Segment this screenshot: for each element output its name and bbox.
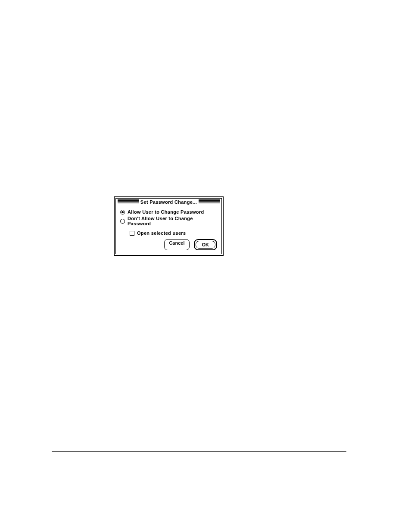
- page-divider: [52, 451, 346, 452]
- dialog-inner-frame: Set Password Change... Allow User to Cha…: [115, 198, 222, 254]
- titlebar-stripes-left: [118, 199, 139, 205]
- radio-allow[interactable]: [120, 210, 125, 215]
- checkbox-open-users[interactable]: [130, 231, 134, 236]
- titlebar-stripes-right: [199, 199, 220, 205]
- radio-allow-label: Allow User to Change Password: [128, 209, 204, 215]
- dialog-title: Set Password Change...: [139, 199, 199, 205]
- radio-allow-row[interactable]: Allow User to Change Password: [120, 209, 217, 215]
- checkbox-open-users-label: Open selected users: [137, 230, 186, 236]
- dialog-window: Set Password Change... Allow User to Cha…: [114, 196, 224, 256]
- page: Set Password Change... Allow User to Cha…: [0, 0, 411, 532]
- radio-dont-allow-row[interactable]: Don't Allow User to Change Password: [120, 216, 217, 226]
- ok-button[interactable]: OK: [196, 241, 216, 249]
- radio-dont-allow-label: Don't Allow User to Change Password: [128, 216, 217, 226]
- dialog-body: Allow User to Change Password Don't Allo…: [116, 205, 221, 254]
- dialog-titlebar: Set Password Change...: [116, 199, 221, 205]
- dialog-button-row: Cancel OK: [120, 239, 217, 250]
- radio-dont-allow[interactable]: [120, 219, 125, 224]
- default-button-ring: OK: [194, 239, 218, 250]
- cancel-button[interactable]: Cancel: [164, 239, 189, 250]
- checkbox-open-users-row[interactable]: Open selected users: [130, 230, 217, 236]
- radio-dot-icon: [121, 211, 124, 213]
